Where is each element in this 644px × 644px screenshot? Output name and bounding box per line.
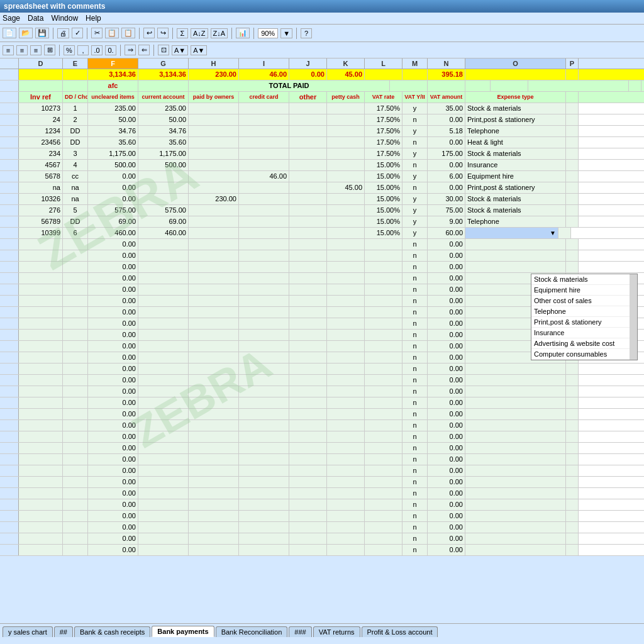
col-i[interactable]: I <box>239 58 289 69</box>
cell-vatyn-1[interactable]: n <box>402 114 428 125</box>
cell-credit-5[interactable] <box>239 160 289 170</box>
cell-paid-0[interactable] <box>189 103 239 114</box>
cell-vatamt-3[interactable]: 0.00 <box>428 137 465 148</box>
help-button[interactable]: ? <box>301 28 312 38</box>
cell-vatrate-1[interactable]: 17.50% <box>365 114 402 125</box>
fill-color[interactable]: A▼ <box>172 45 188 55</box>
cell-petty-6[interactable] <box>327 171 365 182</box>
cell-credit-2[interactable] <box>239 126 289 136</box>
cell-current-9[interactable]: 575.00 <box>138 205 189 216</box>
cell-dd-2[interactable]: DD <box>63 126 88 136</box>
cell-vatamt-6[interactable]: 6.00 <box>428 171 465 182</box>
dropdown-option[interactable]: Telephone <box>531 306 637 317</box>
sheet-tab-###[interactable]: ### <box>289 626 311 637</box>
cell-uncleared-2[interactable]: 34.76 <box>88 126 138 136</box>
font-color[interactable]: A▼ <box>191 45 207 55</box>
cell-credit-8[interactable] <box>239 194 289 204</box>
cell-inv-1[interactable]: 24 <box>19 114 63 125</box>
zoom-dropdown[interactable]: ▼ <box>280 28 292 38</box>
new-button[interactable]: 📄 <box>3 28 16 38</box>
sheet-tab-bank-reconciliation[interactable]: Bank Reconciliation <box>216 626 288 637</box>
cell-vatamt-10[interactable]: 9.00 <box>428 216 465 227</box>
sheet-tab-bank-payments[interactable]: Bank payments <box>152 626 214 637</box>
cell-petty-1[interactable] <box>327 114 365 125</box>
cell-vatamt-2[interactable]: 5.18 <box>428 126 465 136</box>
cell-petty-11[interactable] <box>327 228 365 238</box>
cell-other-2[interactable] <box>289 126 327 136</box>
sheet-tab-vat-returns[interactable]: VAT returns <box>313 626 360 637</box>
col-h[interactable]: H <box>189 58 239 69</box>
cell-credit-0[interactable] <box>239 103 289 114</box>
cell-expense-4[interactable]: Stock & materials <box>465 148 566 159</box>
sigma-button[interactable]: Σ <box>177 28 188 38</box>
cell-inv-6[interactable]: 5678 <box>19 171 63 182</box>
cell-vatrate-5[interactable]: 15.00% <box>365 160 402 170</box>
cell-dd-1[interactable]: 2 <box>63 114 88 125</box>
chart-button[interactable]: 📊 <box>236 28 250 38</box>
cell-inv-2[interactable]: 1234 <box>19 126 63 136</box>
save-button[interactable]: 💾 <box>35 28 49 38</box>
cell-paid-7[interactable] <box>189 182 239 193</box>
cell-inv-11[interactable]: 10399 <box>19 228 63 238</box>
cell-current-7[interactable] <box>138 182 189 193</box>
sum-g[interactable]: 3,134.36 <box>138 69 189 80</box>
col-o[interactable]: O <box>465 58 566 69</box>
cell-uncleared-11[interactable]: 460.00 <box>88 228 138 238</box>
cell-paid-11[interactable] <box>189 228 239 238</box>
cell-uncleared-7[interactable]: 0.00 <box>88 182 138 193</box>
dropdown-option[interactable]: Print,post & stationery <box>531 317 637 328</box>
cell-expense-3[interactable]: Heat & light <box>465 137 566 148</box>
align-right[interactable]: ≡ <box>30 45 42 55</box>
print-button[interactable]: 🖨 <box>57 28 69 38</box>
cell-expense-7[interactable]: Print,post & stationery <box>465 182 566 193</box>
dropdown-option[interactable]: Other cost of sales <box>531 296 637 306</box>
cell-vatyn-10[interactable]: y <box>402 216 428 227</box>
cell-current-8[interactable] <box>138 194 189 204</box>
sheet-tab-y-sales-chart[interactable]: y sales chart <box>3 626 53 637</box>
cell-vatyn-2[interactable]: y <box>402 126 428 136</box>
col-f[interactable]: F <box>88 58 138 69</box>
sheet-tab-profit-&-loss-account[interactable]: Profit & Loss account <box>362 626 438 637</box>
dropdown-option[interactable]: Insurance <box>531 328 637 338</box>
cell-credit-1[interactable] <box>239 114 289 125</box>
col-n[interactable]: N <box>428 58 465 69</box>
sum-i[interactable]: 46.00 <box>239 69 289 80</box>
cell-vatrate-9[interactable]: 15.00% <box>365 205 402 216</box>
cell-credit-11[interactable] <box>239 228 289 238</box>
cell-uncleared-1[interactable]: 50.00 <box>88 114 138 125</box>
cell-paid-5[interactable] <box>189 160 239 170</box>
cell-inv-4[interactable]: 234 <box>19 148 63 159</box>
cell-vatrate-10[interactable]: 15.00% <box>365 216 402 227</box>
cell-dd-3[interactable]: DD <box>63 137 88 148</box>
cell-other-9[interactable] <box>289 205 327 216</box>
cell-paid-8[interactable]: 230.00 <box>189 194 239 204</box>
cell-dd-10[interactable]: DD <box>63 216 88 227</box>
cell-petty-0[interactable] <box>327 103 365 114</box>
cell-dd-8[interactable]: na <box>63 194 88 204</box>
menu-item-data[interactable]: Data <box>28 14 43 23</box>
col-g[interactable]: G <box>138 58 189 69</box>
cell-paid-4[interactable] <box>189 148 239 159</box>
cell-vatrate-7[interactable]: 15.00% <box>365 182 402 193</box>
col-m[interactable]: M <box>402 58 428 69</box>
align-center[interactable]: ≡ <box>16 45 28 55</box>
cell-vatamt-0[interactable]: 35.00 <box>428 103 465 114</box>
cell-paid-1[interactable] <box>189 114 239 125</box>
dropdown-option[interactable]: Equipment hire <box>531 285 637 296</box>
cell-expense-10[interactable]: Telephone <box>465 216 566 227</box>
cell-vatrate-3[interactable]: 17.50% <box>365 137 402 148</box>
cell-uncleared-0[interactable]: 235.00 <box>88 103 138 114</box>
cell-dd-5[interactable]: 4 <box>63 160 88 170</box>
comma-btn[interactable]: , <box>77 45 89 55</box>
redo-button[interactable]: ↪ <box>157 28 169 38</box>
cell-inv-9[interactable]: 276 <box>19 205 63 216</box>
cell-vatyn-5[interactable]: n <box>402 160 428 170</box>
cell-paid-10[interactable] <box>189 216 239 227</box>
cell-dd-4[interactable]: 3 <box>63 148 88 159</box>
sum-f[interactable]: 3,134.36 <box>88 69 138 80</box>
col-k[interactable]: K <box>327 58 365 69</box>
cell-expense-8[interactable]: Stock & materials <box>465 194 566 204</box>
cell-vatamt-1[interactable]: 0.00 <box>428 114 465 125</box>
cell-petty-5[interactable] <box>327 160 365 170</box>
sheet-tab-##[interactable]: ## <box>54 626 73 637</box>
